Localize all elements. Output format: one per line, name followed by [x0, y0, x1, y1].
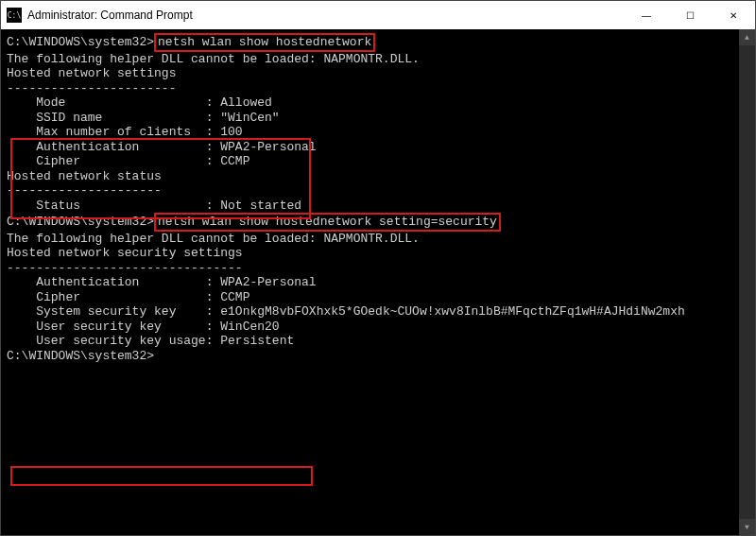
kv-value: WinCen20 [220, 320, 279, 334]
kv-label: Authentication : [7, 275, 220, 289]
kv-row: Authentication : WPA2-Personal [7, 140, 749, 155]
section-title: Hosted network settings [7, 66, 749, 81]
scroll-up-icon[interactable]: ▲ [739, 29, 755, 45]
kv-row: Cipher : CCMP [7, 290, 749, 305]
section-rule: ----------------------- [7, 81, 749, 96]
scroll-track[interactable] [739, 45, 755, 519]
maximize-button[interactable]: ☐ [668, 1, 712, 29]
kv-label: System security key : [7, 304, 220, 319]
kv-label: Status : [7, 199, 220, 213]
output-line: The following helper DLL cannot be loade… [7, 232, 749, 247]
prompt-path: C:\WINDOWS\system32> [7, 349, 154, 363]
kv-value: e1OnkgM8vbFOXhxk5*GOedk~CUOw!xwv8InlbB#M… [220, 304, 684, 319]
kv-label: SSID name : [7, 111, 220, 125]
prompt-path: C:\WINDOWS\system32> [7, 215, 154, 229]
section-rule: --------------------- [7, 183, 749, 199]
kv-label: User security key usage: [7, 334, 220, 348]
prompt-line: C:\WINDOWS\system32>netsh wlan show host… [7, 213, 749, 232]
kv-value: CCMP [220, 290, 249, 304]
prompt-line: C:\WINDOWS\system32>netsh wlan show host… [7, 33, 749, 52]
kv-value: Persistent [220, 334, 294, 348]
command-highlight: netsh wlan show hostednetwork [154, 33, 375, 52]
section-title: Hosted network status [7, 169, 749, 184]
close-button[interactable]: ✕ [712, 1, 755, 29]
kv-label: Mode : [7, 95, 220, 110]
kv-row: User security key usage: Persistent [7, 334, 749, 349]
kv-row: Authentication : WPA2-Personal [7, 275, 749, 290]
command-highlight: netsh wlan show hostednetwork setting=se… [154, 213, 501, 232]
scrollbar[interactable]: ▲ ▼ [739, 29, 755, 535]
kv-label: User security key : [7, 320, 220, 334]
kv-label: Max number of clients : [7, 125, 220, 139]
section-title: Hosted network security settings [7, 246, 749, 261]
window-controls: — ☐ ✕ [625, 1, 755, 29]
highlight-userkey-row [10, 466, 313, 486]
kv-value: WPA2-Personal [220, 140, 316, 154]
command-text: netsh wlan show hostednetwork setting=se… [158, 215, 497, 229]
kv-label: Cipher : [7, 290, 220, 304]
prompt-line: C:\WINDOWS\system32> [7, 349, 749, 364]
kv-value: Not started [220, 199, 301, 213]
kv-value: CCMP [220, 154, 249, 168]
kv-row: User security key : WinCen20 [7, 320, 749, 335]
kv-label: Cipher : [7, 154, 220, 168]
kv-row: Cipher : CCMP [7, 154, 749, 169]
output-line: The following helper DLL cannot be loade… [7, 52, 749, 67]
kv-row: Mode : Allowed [7, 95, 749, 111]
kv-row: Status : Not started [7, 199, 749, 214]
terminal-output[interactable]: C:\WINDOWS\system32>netsh wlan show host… [1, 29, 755, 535]
kv-value: Allowed [220, 95, 272, 110]
titlebar[interactable]: C:\ Administrator: Command Prompt — ☐ ✕ [1, 1, 755, 29]
kv-row: SSID name : "WinCen" [7, 111, 749, 126]
command-text: netsh wlan show hostednetwork [158, 35, 371, 49]
scroll-down-icon[interactable]: ▼ [739, 519, 755, 535]
window-title: Administrator: Command Prompt [27, 9, 625, 22]
kv-row: Max number of clients : 100 [7, 125, 749, 140]
app-icon: C:\ [7, 8, 22, 23]
kv-row: System security key : e1OnkgM8vbFOXhxk5*… [7, 304, 749, 320]
section-rule: -------------------------------- [7, 261, 749, 276]
kv-value: "WinCen" [220, 111, 279, 125]
minimize-button[interactable]: — [625, 1, 668, 29]
kv-label: Authentication : [7, 140, 220, 154]
kv-value: WPA2-Personal [220, 275, 316, 289]
kv-value: 100 [220, 125, 242, 139]
cmd-window: C:\ Administrator: Command Prompt — ☐ ✕ … [0, 0, 756, 536]
prompt-path: C:\WINDOWS\system32> [7, 35, 154, 49]
